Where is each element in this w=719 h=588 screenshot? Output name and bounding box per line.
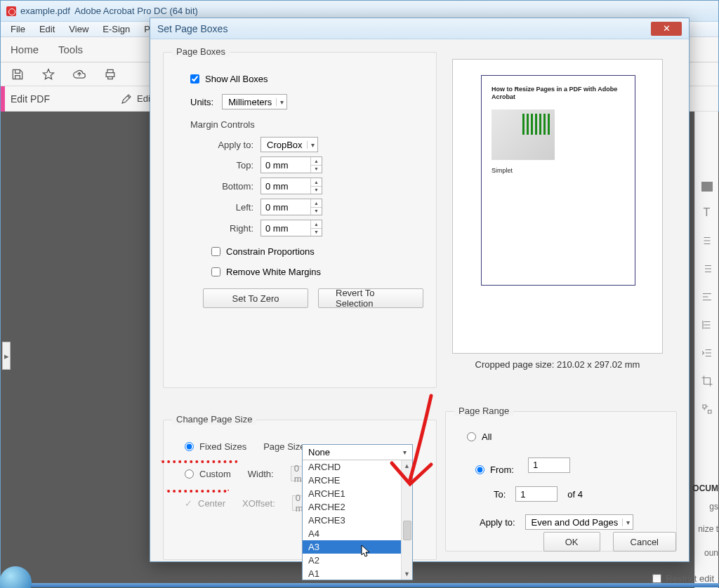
set-to-zero-button[interactable]: Set To Zero — [203, 288, 308, 308]
spin-up-icon[interactable]: ▲ — [311, 199, 322, 208]
truncated-text-1: gs — [709, 502, 718, 512]
revert-to-selection-button[interactable]: Revert To Selection — [318, 288, 423, 308]
preview-page: How to Resize Pages in a PDF with Adobe … — [481, 75, 635, 286]
chevron-down-icon: ▾ — [307, 141, 315, 149]
tab-tools[interactable]: Tools — [58, 44, 83, 55]
constrain-proportions-checkbox[interactable]: Constrain Proportions — [211, 246, 423, 257]
numbered-list-icon[interactable] — [700, 262, 714, 276]
edit-button[interactable]: Edit — [120, 93, 152, 105]
left-panel-expand[interactable]: ▸ — [2, 342, 11, 370]
apply-to-range-dropdown[interactable]: Even and Odd Pages▾ — [525, 514, 634, 530]
spin-up-icon[interactable]: ▲ — [311, 157, 322, 166]
preview-doc-caption: Simplet — [492, 167, 625, 174]
crop-icon[interactable] — [700, 374, 714, 388]
preview-image — [492, 109, 555, 160]
option-arche1[interactable]: ARCHE1 — [303, 487, 412, 500]
chevron-down-icon: ▾ — [403, 448, 407, 456]
option-arche[interactable]: ARCHE — [303, 474, 412, 487]
indent-icon[interactable] — [700, 346, 714, 360]
apply-to-dropdown[interactable]: CropBox▾ — [260, 137, 318, 152]
menu-file[interactable]: File — [5, 22, 31, 36]
spin-down-icon[interactable]: ▼ — [311, 166, 322, 173]
print-icon[interactable] — [103, 67, 117, 81]
set-page-boxes-dialog: Set Page Boxes ✕ Page Boxes Show All Box… — [150, 18, 690, 562]
ok-button[interactable]: OK — [543, 532, 600, 552]
save-icon[interactable] — [11, 67, 25, 81]
scroll-up-icon[interactable]: ▲ — [402, 460, 412, 472]
align-left-icon[interactable] — [700, 290, 714, 304]
to-input[interactable] — [515, 486, 558, 502]
page-range-group: Page Range All From: To: of 4 Apply to: … — [445, 411, 677, 552]
star-icon[interactable] — [41, 67, 55, 81]
tab-home[interactable]: Home — [11, 44, 39, 55]
option-a2[interactable]: A2 — [303, 554, 412, 567]
left-label: Left: — [211, 202, 253, 213]
apply-to-label: Apply to: — [211, 140, 253, 150]
chevron-down-icon: ▾ — [622, 519, 630, 526]
transform-icon[interactable] — [700, 402, 714, 416]
top-label: Top: — [211, 160, 253, 171]
change-page-size-title: Change Page Size — [172, 414, 256, 425]
close-icon[interactable]: ✕ — [651, 22, 682, 36]
option-arche2[interactable]: ARCHE2 — [303, 500, 412, 514]
center-checkbox: ✓Center — [185, 498, 225, 509]
units-label: Units: — [190, 97, 213, 107]
right-toolbar: T — [694, 112, 718, 588]
spacing-icon[interactable] — [700, 318, 714, 332]
truncated-text-3: oun — [704, 548, 718, 558]
text-icon[interactable]: T — [700, 206, 714, 220]
scroll-thumb[interactable] — [403, 521, 411, 540]
editpdf-label: Edit PDF — [11, 93, 50, 105]
dialog-titlebar[interactable]: Set Page Boxes ✕ — [150, 18, 689, 39]
menu-esign[interactable]: E-Sign — [97, 22, 136, 36]
page-sizes-dropdown[interactable]: None▾ ARCHD ARCHE ARCHE1 ARCHE2 ARCHE3 A… — [302, 444, 413, 580]
of-pages-label: of 4 — [567, 489, 583, 500]
spin-up-icon[interactable]: ▲ — [311, 220, 322, 229]
page-sizes-listbox[interactable]: ARCHD ARCHE ARCHE1 ARCHE2 ARCHE3 A4 A3 A… — [303, 460, 412, 580]
list-icon[interactable] — [700, 234, 714, 248]
chevron-down-icon: ▾ — [276, 98, 284, 106]
menu-edit[interactable]: Edit — [34, 22, 60, 36]
truncated-heading: OCUM — [692, 483, 718, 493]
custom-radio[interactable]: Custom — [185, 469, 231, 479]
acrobat-icon — [6, 6, 16, 16]
xoffset-label: XOffset: — [242, 498, 275, 509]
page-preview: How to Resize Pages in a PDF with Adobe … — [452, 59, 663, 354]
option-a3[interactable]: A3 — [303, 540, 412, 554]
show-all-boxes-checkbox[interactable]: Show All Boxes — [190, 74, 423, 84]
cancel-button[interactable]: Cancel — [613, 532, 676, 552]
preview-doc-title: How to Resize Pages in a PDF with Adobe … — [492, 86, 625, 101]
app-title: example.pdf Adobe Acrobat Pro DC (64 bit… — [20, 6, 198, 16]
spin-down-icon[interactable]: ▼ — [311, 187, 322, 194]
fixed-sizes-radio[interactable]: Fixed Sizes — [185, 441, 246, 452]
cloud-upload-icon[interactable] — [72, 67, 86, 81]
spin-down-icon[interactable]: ▼ — [311, 229, 322, 236]
restrict-edit-checkbox[interactable]: Restrict edit — [652, 573, 714, 584]
page-sizes-selected[interactable]: None▾ — [303, 445, 412, 460]
option-archd[interactable]: ARCHD — [303, 460, 412, 474]
menu-view[interactable]: View — [63, 22, 94, 36]
left-input[interactable]: ▲▼ — [260, 199, 322, 215]
dialog-title: Set Page Boxes — [157, 23, 227, 34]
units-dropdown[interactable]: Millimeters▾ — [222, 94, 287, 109]
page-range-title: Page Range — [454, 406, 513, 416]
remove-white-margins-checkbox[interactable]: Remove White Margins — [211, 267, 423, 277]
to-label: To: — [494, 489, 506, 500]
bottom-input[interactable]: ▲▼ — [260, 178, 322, 194]
swatch-icon[interactable] — [701, 182, 713, 192]
spin-up-icon[interactable]: ▲ — [311, 178, 322, 187]
from-radio[interactable]: From: — [475, 465, 514, 475]
right-input[interactable]: ▲▼ — [260, 220, 322, 236]
scroll-down-icon[interactable]: ▼ — [402, 568, 412, 580]
from-input[interactable] — [528, 457, 570, 473]
right-label: Right: — [211, 223, 253, 234]
bottom-label: Bottom: — [211, 181, 253, 192]
option-a4[interactable]: A4 — [303, 527, 412, 540]
all-radio[interactable]: All — [467, 432, 664, 442]
width-label: Width: — [248, 469, 274, 479]
option-arche3[interactable]: ARCHE3 — [303, 514, 412, 527]
spin-down-icon[interactable]: ▼ — [311, 208, 322, 215]
dropdown-scrollbar[interactable]: ▲ ▼ — [401, 460, 412, 580]
option-a1[interactable]: A1 — [303, 567, 412, 580]
top-input[interactable]: ▲▼ — [260, 156, 322, 173]
